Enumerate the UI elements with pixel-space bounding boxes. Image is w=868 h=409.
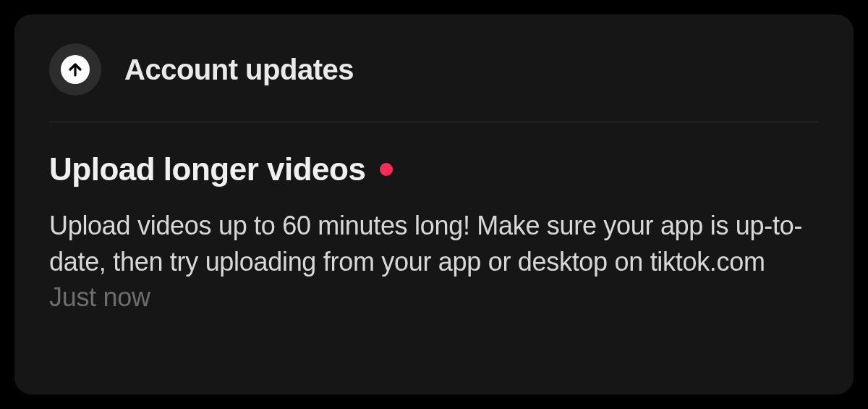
card-header: Account updates: [49, 43, 819, 122]
notification-body-text: Upload videos up to 60 minutes long! Mak…: [49, 211, 802, 277]
notification-timestamp: Just now: [49, 282, 150, 312]
notification-card[interactable]: Account updates Upload longer videos Upl…: [14, 14, 854, 395]
notification-content: Upload longer videos Upload videos up to…: [49, 122, 819, 316]
notification-body: Upload videos up to 60 minutes long! Mak…: [49, 208, 819, 316]
unread-dot-icon: [380, 163, 393, 176]
title-row: Upload longer videos: [49, 151, 819, 187]
notification-title: Upload longer videos: [49, 151, 365, 187]
upload-arrow-icon: [61, 55, 90, 84]
header-icon-container: [49, 43, 101, 96]
header-title: Account updates: [124, 54, 354, 86]
